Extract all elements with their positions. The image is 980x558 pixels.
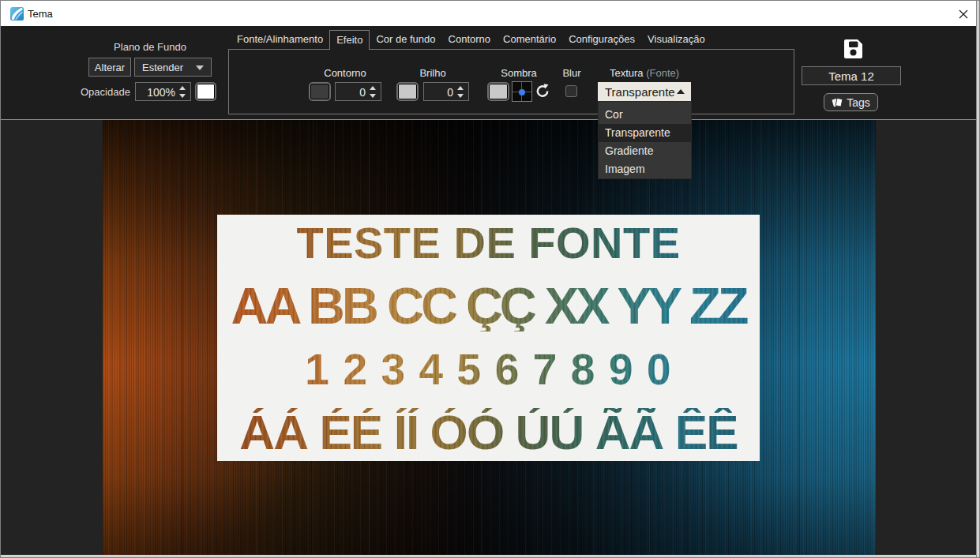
tab-configuracoes[interactable]: Configurações bbox=[562, 30, 641, 50]
spin-up-icon[interactable] bbox=[179, 86, 186, 90]
font-test-line2: AA BB CC ÇÇ XX YY ZZ bbox=[217, 280, 760, 331]
spin-down-icon[interactable] bbox=[179, 94, 186, 98]
tab-visualizacao[interactable]: Visualização bbox=[641, 30, 712, 50]
window-title: Tema bbox=[28, 8, 53, 20]
change-background-button[interactable]: Alterar bbox=[88, 58, 131, 77]
opacity-spinner[interactable]: 100% bbox=[135, 82, 191, 101]
toolbar: Plano de Fundo Alterar Estender Opacidad… bbox=[0, 26, 976, 120]
font-test-line1: TESTE DE FONTE bbox=[217, 221, 760, 265]
tags-icon bbox=[832, 97, 843, 107]
tags-button-label: Tags bbox=[847, 96, 870, 109]
texture-option-imagem[interactable]: Imagem bbox=[599, 160, 691, 178]
texture-dropdown-list: Cor Transparente Gradiente Imagem bbox=[598, 101, 692, 179]
font-test-line4: ÁÁ ÉÉ ÍÍ ÓÓ ÚÚ ÃÃ ÊÊ bbox=[217, 408, 760, 457]
texture-option-gradiente[interactable]: Gradiente bbox=[599, 142, 691, 160]
font-test-line3: 1 2 3 4 5 6 7 8 9 0 bbox=[217, 348, 760, 391]
background-panel-title: Plano de Fundo bbox=[95, 41, 205, 53]
effect-panel bbox=[228, 49, 794, 114]
title-bar: Tema bbox=[0, 1, 976, 26]
app-window: Tema Plano de Fundo Alterar Estender Opa… bbox=[0, 0, 980, 558]
tab-efeito[interactable]: Efeito bbox=[329, 30, 370, 50]
tags-button[interactable]: Tags bbox=[824, 93, 878, 111]
opacity-value: 100% bbox=[147, 86, 175, 99]
close-icon bbox=[959, 9, 968, 19]
tab-contorno[interactable]: Contorno bbox=[442, 30, 497, 50]
chevron-down-icon bbox=[196, 66, 204, 70]
tab-fonte-alinhamento[interactable]: Fonte/Alinhamento bbox=[231, 30, 329, 50]
theme-name-value: Tema 12 bbox=[828, 69, 874, 83]
spinner-arrows[interactable] bbox=[179, 86, 186, 98]
background-color-swatch[interactable] bbox=[195, 82, 216, 101]
background-mode-select[interactable]: Estender bbox=[134, 58, 212, 77]
font-test-text: TESTE DE FONTE AA BB CC ÇÇ XX YY ZZ 1 2 … bbox=[217, 215, 760, 461]
preview-area: TESTE DE FONTE AA BB CC ÇÇ XX YY ZZ 1 2 … bbox=[0, 120, 976, 555]
texture-option-transparente[interactable]: Transparente bbox=[599, 124, 691, 142]
save-button[interactable] bbox=[844, 39, 862, 58]
opacity-label: Opacidade bbox=[81, 86, 130, 98]
swatch-border bbox=[197, 84, 215, 99]
app-icon bbox=[10, 7, 24, 21]
tab-comentario[interactable]: Comentário bbox=[497, 30, 562, 50]
background-mode-value: Estender bbox=[142, 62, 183, 73]
texture-option-cor[interactable]: Cor bbox=[599, 106, 691, 124]
slide-preview: TESTE DE FONTE AA BB CC ÇÇ XX YY ZZ 1 2 … bbox=[103, 120, 876, 555]
tab-bar: Fonte/Alinhamento Efeito Cor de fundo Co… bbox=[231, 30, 712, 50]
font-test-box: TESTE DE FONTE AA BB CC ÇÇ XX YY ZZ 1 2 … bbox=[217, 215, 760, 461]
tab-cor-de-fundo[interactable]: Cor de fundo bbox=[370, 30, 441, 50]
close-button[interactable] bbox=[954, 5, 973, 23]
theme-name-field[interactable]: Tema 12 bbox=[802, 66, 901, 85]
